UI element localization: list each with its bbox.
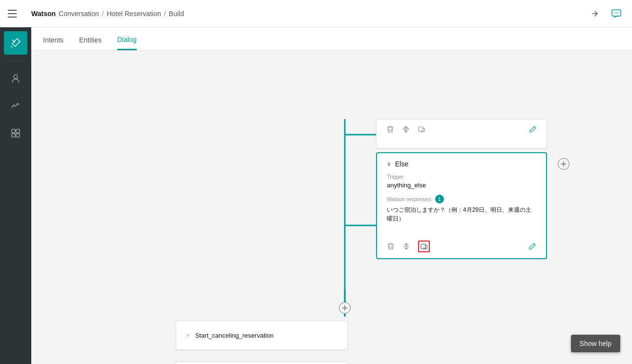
sidebar-divider (6, 61, 25, 61)
trigger-value: anything_else (387, 182, 536, 189)
response-label: Watson responses (387, 196, 431, 202)
other-node-card: > その他 (176, 362, 348, 364)
breadcrumb: Watson Conversation / Hotel Reservation … (31, 10, 587, 18)
breadcrumb-sep2: / (164, 10, 166, 18)
else-card-title: Else (395, 160, 408, 168)
sidebar-item-improve[interactable] (4, 94, 27, 118)
sidebar-item-deploy[interactable] (4, 121, 27, 145)
tab-intents[interactable]: Intents (43, 37, 63, 50)
svg-point-4 (14, 75, 18, 79)
response-badge: 1 (435, 195, 444, 203)
main-layout: Intents Entities Dialog (0, 27, 632, 364)
trigger-label: Trigger (387, 174, 536, 180)
svg-point-2 (616, 12, 617, 13)
back-button[interactable] (587, 6, 603, 21)
tab-entities[interactable]: Entities (79, 37, 102, 50)
cancel-node-label: Start_canceling_reservation (195, 332, 274, 339)
svg-point-1 (614, 12, 615, 13)
dialog-canvas: ∨ Else Trigger anything_else Watson resp… (31, 51, 632, 364)
else-chevron-icon[interactable]: ∨ (387, 161, 391, 167)
sidebar-item-analytics[interactable] (4, 67, 27, 90)
plus-button-right[interactable] (558, 158, 569, 170)
svg-rect-5 (12, 129, 15, 133)
jump-icon-else[interactable] (418, 241, 430, 252)
svg-rect-7 (12, 134, 15, 137)
sidebar-item-build[interactable] (4, 31, 27, 55)
jump-icon-top[interactable] (418, 125, 425, 133)
delete-icon-top[interactable] (386, 125, 394, 133)
cancel-node-card: > Start_canceling_reservation (176, 321, 348, 350)
content-area: Intents Entities Dialog (31, 27, 632, 364)
svg-point-3 (618, 12, 619, 13)
svg-rect-6 (16, 129, 20, 133)
move-icon-else[interactable] (402, 243, 410, 250)
edit-icon-top[interactable] (529, 125, 537, 133)
svg-rect-13 (419, 127, 423, 132)
cancel-chevron-icon: > (186, 332, 189, 338)
tab-bar: Intents Entities Dialog (31, 27, 632, 51)
delete-icon-else[interactable] (387, 243, 395, 250)
top-node-card (376, 119, 547, 148)
topbar-actions (587, 6, 624, 21)
svg-rect-8 (16, 134, 20, 137)
else-card-body: Trigger anything_else Watson responses 1… (377, 168, 546, 235)
response-value: いつご宿泊しますか？（例：4月29日、明日、来週の土曜日） (387, 205, 536, 223)
response-label-row: Watson responses 1 (387, 195, 536, 203)
breadcrumb-page: Build (169, 10, 184, 18)
chat-button[interactable] (609, 6, 624, 21)
svg-rect-16 (421, 244, 425, 249)
topbar: Watson Conversation / Hotel Reservation … (0, 0, 632, 27)
show-help-button[interactable]: Show help (571, 335, 620, 352)
else-node-card: ∨ Else Trigger anything_else Watson resp… (376, 152, 547, 259)
edit-icon-else[interactable] (528, 243, 536, 250)
else-card-header: ∨ Else (377, 153, 546, 168)
menu-button[interactable] (8, 6, 23, 21)
breadcrumb-app: Conversation (59, 10, 99, 18)
top-card-actions (377, 120, 547, 139)
plus-button-below-else[interactable] (339, 302, 351, 314)
breadcrumb-workspace: Hotel Reservation (106, 10, 161, 18)
move-icon-top[interactable] (402, 125, 410, 133)
sidebar (0, 27, 31, 364)
breadcrumb-watson: Watson (31, 10, 56, 18)
breadcrumb-sep1: / (102, 10, 104, 18)
else-card-actions (377, 235, 546, 258)
tab-dialog[interactable]: Dialog (117, 36, 137, 50)
